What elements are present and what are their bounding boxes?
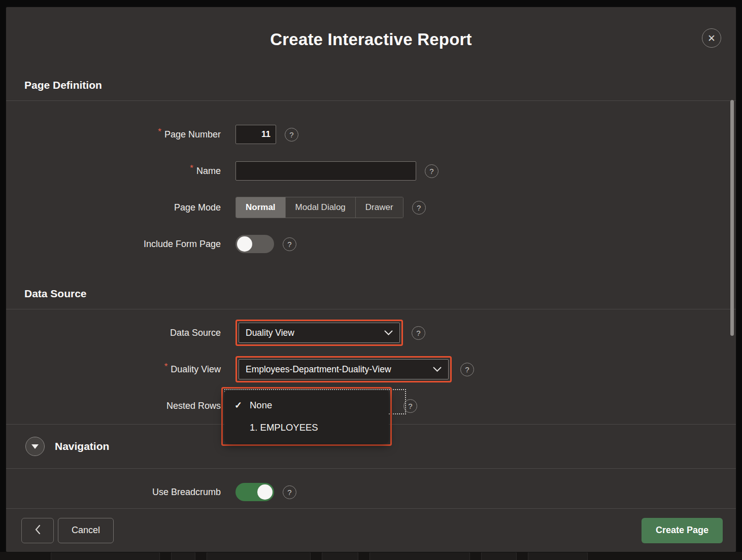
page-number-label: *Page Number (6, 129, 221, 140)
dialog-title: Create Interactive Report (270, 30, 471, 49)
duality-view-select-value: Employees-Department-Duality-View (246, 364, 391, 375)
close-icon: ✕ (707, 33, 716, 43)
data-source-select[interactable]: Duality View (239, 323, 400, 343)
page-mode-help-icon[interactable]: ? (412, 201, 426, 215)
use-breadcrumb-help-icon[interactable]: ? (283, 485, 296, 499)
required-marker: * (158, 127, 161, 137)
dropdown-option-none[interactable]: ✓ None (224, 394, 389, 416)
page-mode-label: Page Mode (6, 202, 221, 213)
page-number-help-icon[interactable]: ? (285, 128, 298, 142)
duality-view-row: *Duality View Employees-Department-Duali… (6, 351, 736, 388)
name-input[interactable] (235, 161, 416, 181)
cancel-button[interactable]: Cancel (58, 518, 114, 543)
back-button[interactable] (21, 518, 54, 543)
background-panel (322, 552, 358, 560)
check-icon: ✓ (234, 400, 246, 411)
include-form-page-toggle[interactable] (235, 235, 274, 253)
dropdown-option-employees[interactable]: 1. EMPLOYEES (224, 416, 389, 439)
name-row: *Name ? (6, 153, 736, 189)
required-marker: * (164, 362, 168, 372)
background-panel (51, 552, 160, 560)
page-mode-row: Page Mode Normal Modal Dialog Drawer ? (6, 189, 736, 226)
data-source-row: Data Source Duality View ? (6, 314, 736, 351)
background-panel (528, 552, 588, 560)
name-label: *Name (6, 166, 221, 177)
use-breadcrumb-label: Use Breadcrumb (6, 487, 221, 498)
use-breadcrumb-toggle[interactable] (235, 483, 274, 501)
page-mode-option-normal[interactable]: Normal (236, 197, 286, 218)
toggle-knob (237, 236, 252, 252)
page-number-input[interactable] (235, 125, 276, 144)
data-source-label: Data Source (6, 328, 221, 338)
page-number-row: *Page Number ? (6, 116, 736, 153)
include-form-page-help-icon[interactable]: ? (283, 237, 296, 251)
dialog-footer: Cancel Create Page (6, 508, 736, 552)
chevron-down-icon (433, 367, 442, 372)
duality-view-label: *Duality View (6, 364, 221, 375)
data-source-highlight: Duality View (235, 320, 403, 346)
background-panel (171, 552, 195, 560)
use-breadcrumb-row: Use Breadcrumb ? (6, 474, 736, 510)
name-help-icon[interactable]: ? (425, 164, 439, 178)
create-page-button[interactable]: Create Page (642, 518, 723, 543)
background-panel (369, 552, 470, 560)
nested-rows-label: Nested Rows (6, 401, 221, 411)
section-data-source: Data Source (6, 281, 736, 309)
chevron-left-icon (35, 524, 41, 536)
data-source-select-value: Duality View (246, 328, 294, 338)
create-interactive-report-dialog: Create Interactive Report ✕ Page Definit… (6, 7, 736, 552)
page-mode-option-drawer[interactable]: Drawer (356, 197, 403, 218)
navigation-collapse-button[interactable] (25, 437, 45, 456)
include-form-page-label: Include Form Page (6, 239, 221, 250)
section-page-definition: Page Definition (6, 72, 736, 101)
navigation-heading: Navigation (55, 440, 109, 452)
triangle-down-icon (31, 444, 39, 449)
duality-view-select[interactable]: Employees-Department-Duality-View (239, 359, 449, 379)
page-mode-option-modal-dialog[interactable]: Modal Dialog (286, 197, 356, 218)
dialog-scrollbar[interactable] (730, 100, 734, 336)
toggle-knob (257, 484, 273, 500)
background-panel (207, 552, 311, 560)
page-definition-heading: Page Definition (24, 79, 718, 91)
close-button[interactable]: ✕ (702, 28, 721, 48)
background-app-strip (0, 552, 742, 560)
nested-rows-dropdown-highlight: ✓ None 1. EMPLOYEES (221, 387, 392, 446)
page-mode-button-group: Normal Modal Dialog Drawer (235, 197, 403, 218)
nested-rows-dropdown-menu: ✓ None 1. EMPLOYEES (224, 390, 389, 443)
required-marker: * (190, 163, 193, 173)
chevron-down-icon (384, 330, 393, 336)
data-source-help-icon[interactable]: ? (412, 326, 425, 340)
dialog-header: Create Interactive Report ✕ (6, 7, 736, 72)
include-form-page-row: Include Form Page ? (6, 226, 736, 262)
data-source-heading: Data Source (24, 288, 718, 300)
duality-view-highlight: Employees-Department-Duality-View (235, 356, 452, 382)
duality-view-help-icon[interactable]: ? (460, 363, 474, 376)
background-panel (481, 552, 517, 560)
